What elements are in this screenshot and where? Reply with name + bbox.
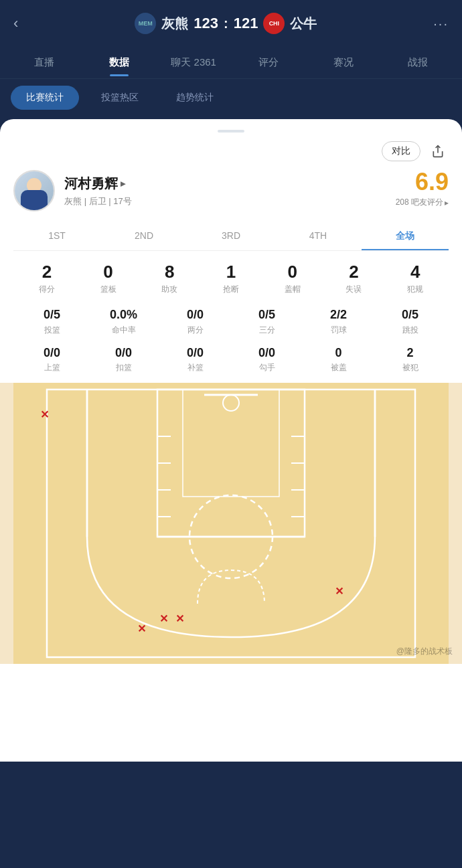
period-tab-full[interactable]: 全场 — [362, 224, 449, 250]
stat-3pt-label: 三分 — [231, 325, 303, 336]
stat-assists: 8 助攻 — [139, 262, 200, 295]
more-button[interactable]: ··· — [433, 16, 449, 31]
team-home-abbr: MEM — [139, 20, 153, 27]
team-away-abbr: CHI — [269, 20, 280, 27]
player-rating: 6.9 — [396, 170, 449, 194]
tab-rating[interactable]: 评分 — [231, 50, 306, 76]
stat-putback-value: 0/0 — [159, 345, 231, 361]
stats-row-1: 2 得分 0 篮板 8 助攻 1 抢断 0 盖帽 2 失误 4 犯规 — [13, 262, 449, 295]
team-home-logo: MEM — [135, 13, 156, 34]
stat-blocked-label: 被盖 — [303, 362, 374, 373]
player-avatar — [13, 170, 55, 211]
stat-blocks-label: 盖帽 — [262, 284, 323, 295]
tab-data[interactable]: 数据 — [82, 50, 157, 76]
score-home: 123 — [194, 15, 218, 32]
stat-2pt: 0/0 两分 — [159, 307, 231, 335]
stat-putback: 0/0 补篮 — [159, 345, 231, 373]
score-away: 121 — [234, 15, 258, 32]
sub-tabs: 比赛统计 投篮热区 趋势统计 — [0, 79, 462, 119]
stats-row-3: 0/0 上篮 0/0 扣篮 0/0 补篮 0/0 勾手 0 被盖 2 被犯 — [13, 345, 449, 373]
rating-sub[interactable]: 208 吧友评分 ▸ — [396, 197, 449, 208]
stat-jumper-value: 0/5 — [374, 307, 446, 323]
tab-report[interactable]: 战报 — [380, 50, 455, 76]
player-info: 河村勇辉 ▸ 灰熊 | 后卫 | 17号 6.9 208 吧友评分 ▸ — [13, 170, 449, 211]
header-score: MEM 灰熊 123 : 121 CHI 公牛 — [135, 13, 317, 34]
stat-fg-value: 0/5 — [16, 307, 88, 323]
player-details: 河村勇辉 ▸ 灰熊 | 后卫 | 17号 — [64, 175, 132, 207]
stat-turnovers-label: 失误 — [323, 284, 385, 295]
stat-hook-value: 0/0 — [231, 345, 303, 361]
stat-fg-pct-label: 命中率 — [88, 325, 159, 336]
stat-steals-value: 1 — [200, 262, 262, 282]
stat-rebounds-value: 0 — [78, 262, 139, 282]
shot-miss-4: ✕ — [175, 612, 184, 625]
stat-fouled-value: 2 — [374, 345, 446, 361]
stat-ft-value: 2/2 — [303, 307, 374, 323]
stat-jumper: 0/5 跳投 — [374, 307, 446, 335]
stat-points-value: 2 — [16, 262, 78, 282]
stat-steals: 1 抢断 — [200, 262, 262, 295]
tab-chat[interactable]: 聊天 2361 — [156, 50, 231, 76]
stat-ft-label: 罚球 — [303, 325, 374, 336]
stat-steals-label: 抢断 — [200, 284, 262, 295]
shot-miss-2: ✕ — [137, 622, 146, 635]
stat-layup-value: 0/0 — [16, 345, 88, 361]
stat-layup: 0/0 上篮 — [16, 345, 88, 373]
sub-tab-trend[interactable]: 趋势统计 — [161, 86, 229, 110]
team-away-logo: CHI — [263, 13, 285, 34]
player-name[interactable]: 河村勇辉 ▸ — [64, 175, 132, 193]
drag-handle — [218, 130, 244, 133]
stat-blocked-value: 0 — [303, 345, 374, 361]
stat-turnovers: 2 失误 — [323, 262, 385, 295]
player-meta: 灰熊 | 后卫 | 17号 — [64, 195, 132, 207]
team-home-name: 灰熊 — [161, 15, 188, 33]
stat-fouls: 4 犯规 — [384, 262, 446, 295]
stat-fouled: 2 被犯 — [374, 345, 446, 373]
compare-button[interactable]: 对比 — [382, 141, 420, 161]
stat-hook: 0/0 勾手 — [231, 345, 303, 373]
shot-miss-3: ✕ — [159, 612, 168, 625]
shot-miss-5: ✕ — [335, 585, 343, 598]
stat-hook-label: 勾手 — [231, 362, 303, 373]
stat-assists-value: 8 — [139, 262, 200, 282]
stat-ft: 2/2 罚球 — [303, 307, 374, 335]
share-button[interactable] — [427, 141, 449, 162]
team-away-name: 公牛 — [290, 15, 317, 33]
watermark: @隆多的战术板 — [396, 646, 453, 657]
period-tab-3rd[interactable]: 3RD — [187, 224, 275, 250]
stat-fouls-value: 4 — [384, 262, 446, 282]
period-tab-2nd[interactable]: 2ND — [100, 224, 187, 250]
stat-blocks: 0 盖帽 — [262, 262, 323, 295]
stat-rebounds-label: 篮板 — [78, 284, 139, 295]
player-rating-box: 6.9 208 吧友评分 ▸ — [396, 170, 449, 208]
stat-fg-pct: 0.0% 命中率 — [88, 307, 159, 335]
period-tab-4th[interactable]: 4TH — [275, 224, 362, 250]
stat-assists-label: 助攻 — [139, 284, 200, 295]
card-top-actions: 对比 — [13, 141, 449, 162]
main-card: 对比 河村勇辉 ▸ 灰熊 — [0, 119, 462, 762]
score-separator: : — [224, 16, 228, 31]
header: ‹ MEM 灰熊 123 : 121 CHI 公牛 ··· — [0, 0, 462, 47]
period-tab-1st[interactable]: 1ST — [13, 224, 100, 250]
stat-blocks-value: 0 — [262, 262, 323, 282]
stat-layup-label: 上篮 — [16, 362, 88, 373]
tab-live[interactable]: 直播 — [7, 50, 82, 76]
stat-dunk-value: 0/0 — [88, 345, 159, 361]
stat-putback-label: 补篮 — [159, 362, 231, 373]
stat-blocked: 0 被盖 — [303, 345, 374, 373]
stat-fg: 0/5 投篮 — [16, 307, 88, 335]
back-button[interactable]: ‹ — [13, 15, 18, 32]
nav-tabs: 直播 数据 聊天 2361 评分 赛况 战报 — [0, 47, 462, 79]
stat-dunk-label: 扣篮 — [88, 362, 159, 373]
stat-3pt: 0/5 三分 — [231, 307, 303, 335]
sub-tab-shot-zone[interactable]: 投篮热区 — [86, 86, 154, 110]
svg-rect-1 — [13, 383, 449, 664]
stat-dunk: 0/0 扣篮 — [88, 345, 159, 373]
stat-2pt-label: 两分 — [159, 325, 231, 336]
sub-tab-match-stats[interactable]: 比赛统计 — [11, 86, 79, 110]
tab-situation[interactable]: 赛况 — [306, 50, 381, 76]
stat-2pt-value: 0/0 — [159, 307, 231, 323]
player-left: 河村勇辉 ▸ 灰熊 | 后卫 | 17号 — [13, 170, 132, 211]
stat-points-label: 得分 — [16, 284, 78, 295]
stat-fg-pct-value: 0.0% — [88, 307, 159, 323]
